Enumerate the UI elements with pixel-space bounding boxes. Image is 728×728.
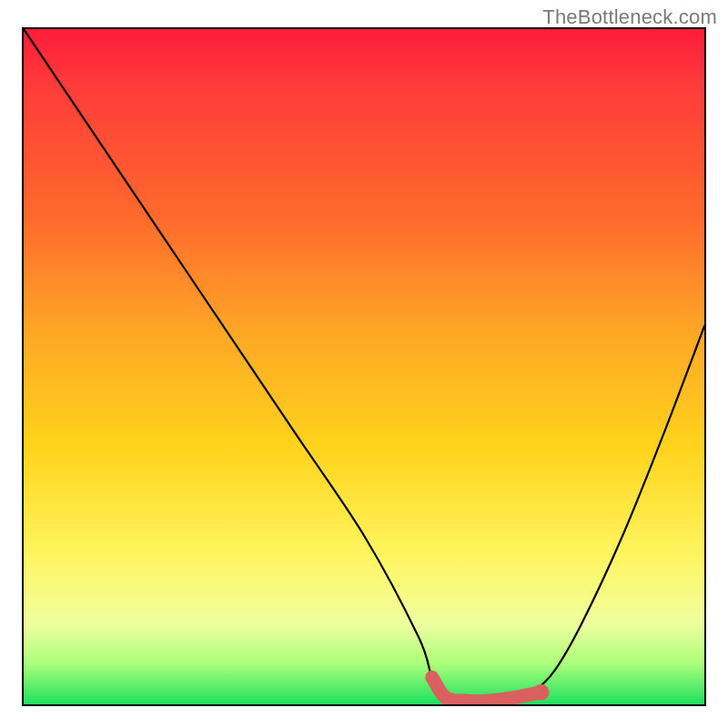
plot-frame — [22, 27, 706, 706]
chart-container: TheBottleneck.com — [0, 0, 728, 728]
curve-layer — [24, 29, 704, 704]
optimal-range-marker — [432, 677, 541, 701]
optimal-end-dot — [532, 684, 549, 701]
plot-area — [24, 29, 704, 704]
bottleneck-curve-path — [24, 29, 704, 702]
watermark-text: TheBottleneck.com — [542, 5, 717, 29]
